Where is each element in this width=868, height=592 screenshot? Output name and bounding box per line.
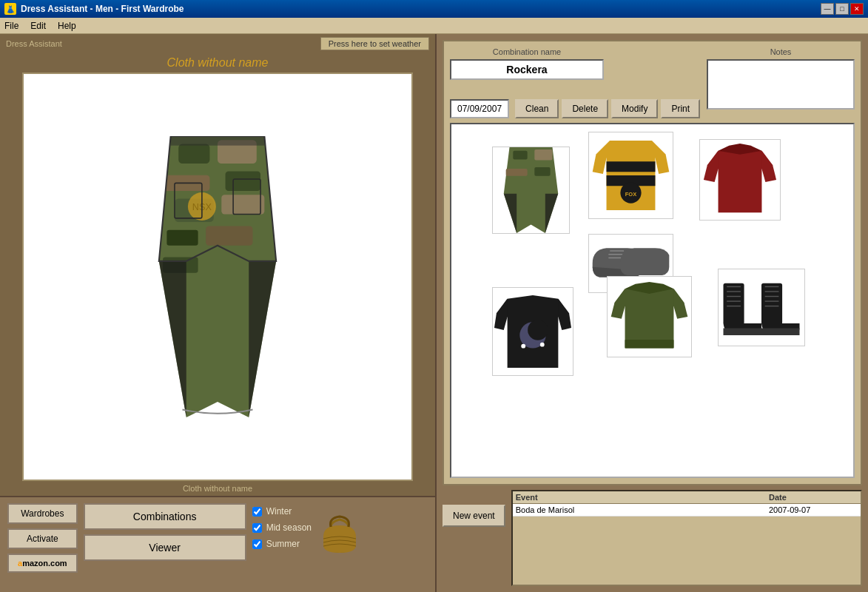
midseason-checkbox-label[interactable]: Mid season <box>252 522 312 533</box>
combo-name-label: Combination name <box>450 47 604 56</box>
svg-rect-9 <box>171 136 265 146</box>
svg-point-27 <box>540 343 545 347</box>
delete-button[interactable]: Delete <box>562 99 608 118</box>
winter-checkbox[interactable] <box>252 507 262 517</box>
svg-point-25 <box>528 320 548 340</box>
menu-file[interactable]: File <box>4 21 18 31</box>
weather-button[interactable]: Press here to set weather <box>320 37 429 50</box>
notes-label: Notes <box>707 47 855 56</box>
cloth-image: NSX <box>136 136 299 417</box>
checkboxes: Winter Mid season Summer <box>252 503 312 549</box>
summer-label: Summer <box>266 539 300 549</box>
combinations-button[interactable]: Combinations <box>84 503 246 530</box>
app-label: Dress Assistant <box>6 39 62 48</box>
cloth-title: Cloth without name <box>0 53 435 73</box>
clothing-item-hoodie[interactable] <box>492 287 573 376</box>
svg-rect-3 <box>226 172 261 191</box>
svg-rect-28 <box>625 340 674 348</box>
clothing-item-boots[interactable] <box>718 269 805 346</box>
cloth-label: Cloth without name <box>0 481 435 496</box>
title-bar-left: 👗 Dress Assistant - Men - First Wardrobe <box>4 3 184 15</box>
bottom-left-buttons: Wardrobes Activate amazon.com <box>7 503 78 573</box>
svg-rect-7 <box>206 226 252 245</box>
left-panel: Dress Assistant Press here to set weathe… <box>0 34 437 592</box>
menu-edit[interactable]: Edit <box>30 21 46 31</box>
combo-top: Combination name 07/09/2007 Clean Delete… <box>450 47 855 118</box>
svg-rect-15 <box>513 151 527 160</box>
basket-icon <box>317 511 362 555</box>
cloth-image-area: NSX <box>22 73 413 481</box>
svg-rect-17 <box>506 169 528 176</box>
close-button[interactable]: ✕ <box>850 3 864 15</box>
title-bar: 👗 Dress Assistant - Men - First Wardrobe… <box>0 0 868 18</box>
title-bar-controls: — □ ✕ <box>821 3 864 15</box>
svg-rect-18 <box>534 167 550 176</box>
minimize-button[interactable]: — <box>821 3 834 15</box>
app-icon: 👗 <box>4 3 16 15</box>
svg-rect-5 <box>221 195 264 214</box>
event-row-0[interactable]: Boda de Marisol 2007-09-07 <box>513 504 861 517</box>
svg-text:FOX: FOX <box>625 191 636 198</box>
clothes-grid: FOX <box>450 123 855 478</box>
svg-rect-35 <box>761 283 782 325</box>
event-name-0: Boda de Marisol <box>516 505 769 514</box>
bottom-right: New event Event Date Boda de Marisol 200… <box>443 490 862 586</box>
window-title: Dress Assistant - Men - First Wardrobe <box>21 4 184 14</box>
summer-checkbox-label[interactable]: Summer <box>252 539 312 549</box>
midseason-checkbox[interactable] <box>252 523 262 533</box>
clothing-item-jersey[interactable]: FOX <box>588 132 673 219</box>
amazon-button[interactable]: amazon.com <box>7 554 78 573</box>
events-header-date: Date <box>769 493 858 502</box>
events-table-header: Event Date <box>513 491 861 504</box>
combo-name-section: Combination name <box>450 47 604 80</box>
svg-rect-0 <box>178 144 209 164</box>
events-table: Event Date Boda de Marisol 2007-09-07 <box>511 490 862 586</box>
combo-name-input[interactable] <box>450 59 604 80</box>
event-date-0: 2007-09-07 <box>769 505 858 514</box>
menu-bar: File Edit Help <box>0 18 868 34</box>
summer-checkbox[interactable] <box>252 539 262 549</box>
left-panel-header: Dress Assistant Press here to set weathe… <box>0 34 435 53</box>
activate-button[interactable]: Activate <box>7 528 78 549</box>
new-event-button[interactable]: New event <box>443 505 505 527</box>
right-panel: Combination name 07/09/2007 Clean Delete… <box>437 34 868 592</box>
bottom-section: Wardrobes Activate amazon.com Combinatio… <box>0 496 435 592</box>
wardrobes-button[interactable]: Wardrobes <box>7 503 78 524</box>
svg-rect-16 <box>534 149 552 161</box>
svg-rect-6 <box>166 230 198 246</box>
combination-section: Combination name 07/09/2007 Clean Delete… <box>443 40 862 485</box>
winter-label: Winter <box>266 506 292 517</box>
print-button[interactable]: Print <box>661 99 700 118</box>
notes-section: Notes <box>707 47 855 112</box>
combo-date: 07/09/2007 <box>450 99 509 118</box>
clothing-item-sweater-red[interactable] <box>699 139 781 221</box>
viewer-button[interactable]: Viewer <box>84 534 246 561</box>
notes-textarea[interactable] <box>707 59 855 110</box>
main-container: Dress Assistant Press here to set weathe… <box>0 34 868 592</box>
clean-button[interactable]: Clean <box>515 99 559 118</box>
clothing-item-sweater-olive[interactable] <box>607 276 692 357</box>
combo-buttons: Clean Delete Modify Print <box>515 99 700 118</box>
clothing-item-pants[interactable] <box>492 147 570 234</box>
winter-checkbox-label[interactable]: Winter <box>252 506 312 517</box>
events-header-event: Event <box>516 493 769 502</box>
svg-rect-29 <box>724 283 744 325</box>
midseason-label: Mid season <box>266 522 312 533</box>
center-buttons: Combinations Viewer <box>84 503 246 561</box>
modify-button[interactable]: Modify <box>611 99 658 118</box>
maximize-button[interactable]: □ <box>835 3 849 15</box>
svg-point-26 <box>521 344 525 349</box>
menu-help[interactable]: Help <box>58 21 76 31</box>
